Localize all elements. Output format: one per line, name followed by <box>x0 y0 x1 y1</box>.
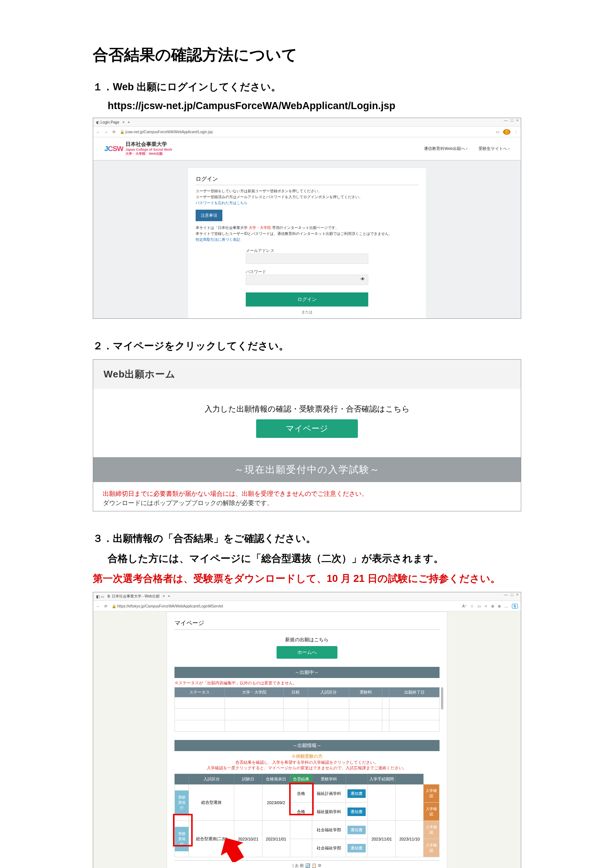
nav-back-icon[interactable]: ← <box>96 130 100 134</box>
email-field[interactable] <box>246 253 368 264</box>
scrollbar[interactable] <box>441 687 443 710</box>
reload-icon[interactable]: ⟳ <box>113 130 115 134</box>
jcsw-logo: JCSW <box>104 145 123 153</box>
univ-name: 日本社会事業大学 <box>126 141 172 148</box>
mypage-button[interactable]: マイページ <box>256 419 358 438</box>
step-3-heading: ３．出願情報の「合否結果」をご確認ください。 <box>93 532 521 545</box>
notice-button[interactable]: 通知書 <box>347 789 366 798</box>
password-label: パスワード <box>246 269 368 274</box>
reload-icon[interactable]: ⟳ <box>104 604 107 608</box>
browser-tab-bar-3: ◧ ▭ 🗎 日本社会事業大学 - Web出願 × + —□× <box>93 592 521 601</box>
tokushoho-link[interactable]: 特定商取引法に基づく表記 <box>195 237 418 243</box>
browser-tab-3[interactable]: 🗎 日本社会事業大学 - Web出願 × + <box>107 594 170 599</box>
nav-back-icon[interactable]: ← <box>96 604 100 608</box>
deadline-warning: 出願締切日までに必要書類が届かない場合には、出願を受理できませんのでご注意くださ… <box>93 482 521 499</box>
notice-button[interactable]: 通知書 <box>347 808 366 816</box>
step-3-line2: 合格した方には、マイページに「総合型選抜（二次）」が表示されます。 <box>108 552 521 565</box>
browser-tab-bar: ◐ Login Page × + —□× <box>93 118 521 127</box>
svg-marker-0 <box>219 836 245 862</box>
mypage-msg: 入力した出願情報の確認・受験票発行・合否確認はこちら <box>93 404 521 414</box>
site-header: JCSW 日本社会事業大学 Japan College of Social Wo… <box>93 137 521 161</box>
step-2-heading: ２．マイページをクリックしてください。 <box>93 339 521 353</box>
nav-fwd-icon[interactable]: → <box>104 130 108 134</box>
email-label: メールアドレス <box>246 248 368 253</box>
password-field[interactable]: 👁 <box>246 274 368 285</box>
header-link-jukensei[interactable]: 受験生サイトへ <box>479 146 510 151</box>
login-card-title: ログイン <box>195 173 418 185</box>
browser-address-bar[interactable]: ← → ⟳ 🔒 jcsw-net.jp/CampusForceWA/WebApp… <box>93 127 521 137</box>
new-application-msg: 新規の出願はこちら <box>174 636 440 643</box>
webhome-title: Web出願ホーム <box>93 360 521 389</box>
ext-icon[interactable]: ▭ <box>496 130 499 134</box>
browser-tab[interactable]: ◐ Login Page × + <box>96 120 130 124</box>
current-exams-bar: ～現在出願受付中の入学試験～ <box>93 457 521 482</box>
highlight-ticket-button <box>173 814 193 846</box>
page-title: 合否結果の確認方法について <box>93 45 521 65</box>
enroll-confirm-button[interactable]: 入学確認 <box>423 784 439 802</box>
login-button[interactable]: ログイン <box>246 293 368 307</box>
step-3-red-warning: 第一次選考合格者は、受験票をダウンロードして、10 月 21 日の試験にご持参く… <box>93 572 521 585</box>
enroll-confirm-button[interactable]: 入学確認 <box>423 839 439 857</box>
highlight-result-column <box>289 783 314 815</box>
screenshot-mypage: ◧ ▭ 🗎 日本社会事業大学 - Web出願 × + —□× ← ⟳ 🔒 htt… <box>93 592 521 868</box>
heigan-note: ※併願受験の方 <box>174 753 440 760</box>
forgot-password-link[interactable]: パスワードを忘れた方はこちら <box>195 200 418 206</box>
step-1-heading: １．Web 出願にログインしてください。 <box>93 80 521 93</box>
login-url: https://jcsw-net.jp/CampusForceWA/WebApp… <box>108 100 521 112</box>
window-controls[interactable]: —□× <box>504 118 519 122</box>
home-button[interactable]: ホームへ <box>276 646 338 659</box>
window-controls-3[interactable]: —□× <box>504 592 519 597</box>
status-edit-note: ※ステータスが「出願内容編集中」以外のものは変更できません。 <box>174 680 440 686</box>
screenshot-login: ◐ Login Page × + —□× ← → ⟳ 🔒 jcsw-net.jp… <box>93 118 521 319</box>
profile-icon[interactable]: 😊 <box>503 129 510 135</box>
screenshot-webhome: Web出願ホーム 入力した出願情報の確認・受験票発行・合否確認はこちら マイペー… <box>93 359 521 512</box>
eye-icon[interactable]: 👁 <box>360 276 365 282</box>
mypage-title: マイページ <box>174 617 440 630</box>
in-progress-table: ステータス大学・大学院日程入試区分受験料出願終了日 <box>174 687 440 732</box>
header-link-tsushin[interactable]: 通信教育科Web出願へ <box>424 146 467 151</box>
enroll-confirm-button[interactable]: 入学確認 <box>423 821 439 839</box>
ime-bar: | あ 般 🔄 📋 ⚙ <box>174 860 440 868</box>
application-info-bar: ～出願情報～ <box>174 740 440 751</box>
notice-button[interactable]: 通知書 <box>347 826 366 834</box>
red-arrow-icon <box>219 836 245 862</box>
notice-button[interactable]: 通知書 <box>347 844 366 852</box>
in-progress-bar: ～出願中～ <box>174 667 440 678</box>
browser-address-bar-3[interactable]: ← ⟳ 🔒 https://eftokyo.jp/CampusForceWA/W… <box>93 601 521 612</box>
popup-note: ダウンロードにはポップアップブロックの解除が必要です。 <box>93 499 521 511</box>
ticket-issue-button[interactable]: 受験票発行 <box>175 790 189 815</box>
notice-button[interactable]: 注意事項 <box>195 210 222 221</box>
enroll-confirm-button[interactable]: 入学確認 <box>423 803 439 820</box>
